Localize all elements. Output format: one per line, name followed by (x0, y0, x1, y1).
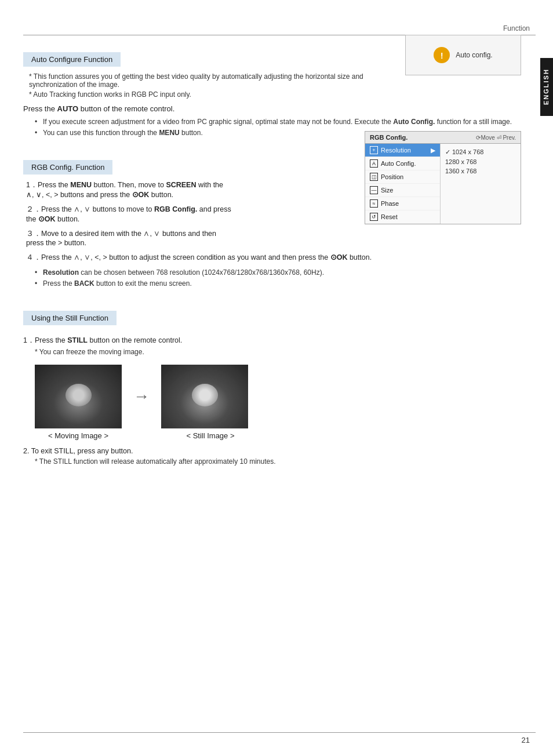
still-caption-text: < Still Image > (186, 431, 234, 440)
still-step-2: 2. To exit STILL, press any button. (23, 447, 521, 455)
still-flower-image (161, 365, 248, 428)
screen-bold: SCREEN (166, 181, 196, 189)
still-image-container (161, 365, 248, 428)
auto-bold: AUTO (57, 104, 79, 113)
page-number: 21 (522, 736, 530, 744)
size-label: Size (381, 187, 393, 194)
auto-bullet-2: You can use this function through the ME… (35, 129, 521, 137)
res-1280: 1280 x 768 (445, 157, 516, 166)
auto-configure-bullets: If you execute screen adjustment for a v… (23, 118, 521, 137)
rgb-config-heading: RGB Config. Function (23, 160, 112, 175)
moving-image-caption: < Moving Image > (35, 431, 122, 440)
res-1360: 1360 x 768 (445, 166, 516, 176)
rgb-config-bullets: Resolution can be chosen between 768 res… (23, 268, 521, 288)
rgb-step-3: ３．Move to a desired item with the ∧, ∨ b… (23, 229, 521, 247)
moving-flower-image (35, 365, 122, 428)
auto-config-bold: Auto Config. (393, 118, 435, 126)
main-content: Auto Configure Function ! Auto config. T… (23, 41, 521, 466)
ok-bold-1: ⊙OK (132, 191, 150, 199)
size-icon: — (370, 186, 378, 194)
autoconfig-icon: A (370, 159, 378, 168)
position-icon: ◫ (370, 173, 378, 181)
res-1024: 1024 x 768 (445, 147, 516, 157)
menu-bold-1: MENU (70, 181, 92, 189)
auto-config-label: Auto config. (456, 51, 492, 59)
rgb-menu-item-resolution[interactable]: + Resolution ▶ (365, 144, 440, 157)
rgb-menu-box: RGB Config. ⟳Move ⏎ Prev. + Resolution ▶… (365, 131, 521, 224)
rgb-config-section: RGB Config. Function RGB Config. ⟳Move ⏎… (23, 160, 521, 293)
still-step-1: 1．Press the STILL button on the remote c… (23, 336, 521, 346)
resolution-bold: Resolution (43, 268, 79, 277)
phase-label: Phase (381, 200, 399, 207)
auto-configure-note2: Auto Tracking function works in RGB PC i… (23, 90, 521, 99)
still-step-1-note: You can freeze the moving image. (23, 348, 521, 356)
rgb-bullet-2: Press the BACK button to exit the menu s… (35, 279, 521, 288)
auto-config-box: ! Auto config. (405, 35, 521, 75)
english-tab: ENGLISH (540, 58, 553, 116)
still-images-row: → (35, 365, 521, 428)
autoconfig-label: Auto Config. (381, 160, 416, 167)
rgb-menu-item-position[interactable]: ◫ Position (365, 170, 440, 184)
ok-bold-2: ⊙OK (38, 215, 56, 223)
still-function-section: Using the Still Function 1．Press the STI… (23, 311, 521, 466)
rgb-menu-content: + Resolution ▶ A Auto Config. ◫ Position… (365, 144, 521, 224)
resolution-icon: + (370, 146, 378, 154)
image-captions-row: < Moving Image > < Still Image > (35, 431, 521, 440)
auto-configure-heading: Auto Configure Function (23, 52, 121, 67)
moving-image-container (35, 365, 122, 428)
moving-image-box (35, 365, 122, 428)
auto-configure-section: Auto Configure Function ! Auto config. T… (23, 52, 521, 143)
menu-bold: MENU (159, 129, 179, 137)
ok-bold-3: ⊙OK (330, 253, 348, 261)
rgb-menu-items: + Resolution ▶ A Auto Config. ◫ Position… (365, 144, 441, 224)
phase-icon: ≈ (370, 199, 378, 208)
rgb-menu-resolutions: 1024 x 768 1280 x 768 1360 x 768 (441, 144, 521, 224)
position-label: Position (381, 173, 403, 180)
rgb-step-4: ４．Press the ∧, ∨, <, > button to adjust … (23, 253, 521, 263)
rgb-bullet-1: Resolution can be chosen between 768 res… (35, 268, 521, 277)
back-bold: BACK (74, 279, 94, 288)
reset-icon: ↺ (370, 213, 378, 221)
rgb-menu-item-autoconfig[interactable]: A Auto Config. (365, 157, 440, 170)
moving-caption-text: < Moving Image > (48, 431, 108, 440)
function-label: Function (503, 24, 530, 32)
still-function-heading: Using the Still Function (23, 311, 117, 325)
still-bold: STILL (67, 336, 88, 344)
still-image-box (161, 365, 248, 428)
reset-label: Reset (381, 213, 398, 220)
still-step-2-note: The STILL function will release automati… (23, 457, 521, 466)
auto-bullet-1: If you execute screen adjustment for a v… (35, 118, 521, 126)
rgb-menu-item-reset[interactable]: ↺ Reset (365, 210, 440, 224)
still-image-caption: < Still Image > (167, 431, 254, 440)
auto-configure-press: Press the AUTO button of the remote cont… (23, 104, 521, 113)
rgb-config-bold: RGB Config. (154, 205, 197, 213)
arrow-symbol: → (133, 387, 150, 406)
bottom-separator (23, 732, 536, 733)
resolution-arrow: ▶ (431, 147, 435, 154)
auto-config-icon: ! (434, 47, 450, 63)
resolution-label: Resolution (381, 147, 411, 154)
rgb-menu-item-phase[interactable]: ≈ Phase (365, 197, 440, 210)
rgb-menu-item-size[interactable]: — Size (365, 184, 440, 197)
